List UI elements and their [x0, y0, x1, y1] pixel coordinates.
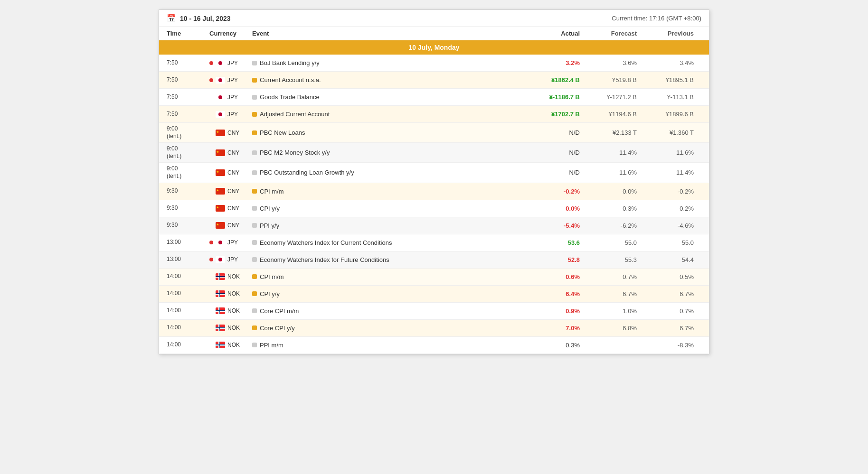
event-label: Economy Watchers Index for Current Condi…: [260, 239, 392, 246]
cell-forecast: -6.2%: [580, 222, 637, 229]
event-label: CPI m/m: [260, 273, 284, 280]
importance-dot: [209, 61, 213, 65]
cell-event: Goods Trade Balance: [252, 93, 523, 101]
cell-currency: CNY: [209, 222, 252, 229]
cell-event: Core CPI m/m: [252, 307, 523, 315]
cell-event: PBC M2 Money Stock y/y: [252, 149, 523, 156]
low-importance-icon: [252, 61, 257, 65]
event-label: PPI m/m: [260, 342, 283, 349]
event-label: PBC New Loans: [260, 129, 305, 136]
high-importance-icon: [252, 274, 257, 279]
cell-forecast: 6.8%: [580, 325, 637, 332]
cell-currency: JPY: [209, 77, 252, 84]
table-row: 9:00 (tent.) CNYPBC Outstanding Loan Gro…: [159, 163, 709, 183]
cell-forecast: 0.3%: [580, 205, 637, 212]
importance-icon: [252, 223, 257, 228]
cell-event: BoJ Bank Lending y/y: [252, 59, 523, 66]
cell-event: Economy Watchers Index for Future Condit…: [252, 256, 523, 263]
cell-forecast: ¥1194.6 B: [580, 111, 637, 118]
cell-previous: 6.7%: [637, 290, 694, 297]
cell-actual: N/D: [523, 129, 580, 136]
day-header-monday: 10 July, Monday: [159, 40, 709, 55]
cell-time: 7:50: [167, 111, 209, 118]
currency-label: CNY: [227, 149, 239, 156]
cell-time: 7:50: [167, 59, 209, 67]
cell-event: Current Account n.s.a.: [252, 76, 523, 84]
flag-icon: [216, 325, 225, 331]
currency-label: JPY: [227, 60, 238, 66]
currency-label: JPY: [227, 111, 238, 118]
importance-icon: [252, 206, 257, 211]
event-label: Core CPI m/m: [260, 307, 299, 315]
cell-time: 9:30: [167, 222, 209, 229]
cell-actual: 52.8: [523, 256, 580, 263]
top-bar: 📅 10 - 16 Jul, 2023 Current time: 17:16 …: [159, 10, 709, 27]
cell-actual: 53.6: [523, 239, 580, 246]
cell-forecast: ¥-1271.2 B: [580, 93, 637, 101]
col-header-actual: Actual: [523, 30, 580, 37]
currency-label: CNY: [227, 169, 239, 176]
flag-icon: [216, 169, 225, 176]
cell-currency: CNY: [209, 169, 252, 176]
svg-rect-28: [216, 276, 225, 277]
svg-rect-33: [216, 293, 225, 294]
flag-icon: [216, 188, 225, 195]
cell-previous: ¥-113.1 B: [637, 93, 694, 101]
main-container: 📅 10 - 16 Jul, 2023 Current time: 17:16 …: [159, 9, 709, 354]
col-header-previous: Previous: [637, 30, 694, 37]
importance-icon: [252, 112, 257, 117]
table-row: 9:30 CNYCPI y/y0.0%0.3%0.2%: [159, 200, 709, 217]
currency-label: NOK: [227, 290, 240, 297]
low-importance-icon: [252, 150, 257, 155]
currency-label: NOK: [227, 307, 240, 314]
high-importance-icon: [252, 325, 257, 330]
date-range-text: 10 - 16 Jul, 2023: [180, 15, 231, 22]
cell-currency: NOK: [209, 342, 252, 348]
date-range: 📅 10 - 16 Jul, 2023: [167, 14, 231, 23]
calendar-icon: 📅: [167, 14, 176, 23]
table-row: 14:00 NOKCPI y/y6.4%6.7%6.7%: [159, 286, 709, 303]
table-row: 7:50 JPYAdjusted Current Account¥1702.7 …: [159, 106, 709, 123]
event-label: CPI m/m: [260, 188, 284, 195]
svg-point-1: [218, 61, 222, 65]
table-row: 7:50 JPYBoJ Bank Lending y/y3.2%3.6%3.4%: [159, 55, 709, 72]
flag-icon: [216, 94, 225, 101]
cell-currency: JPY: [209, 239, 252, 246]
importance-icon: [252, 170, 257, 175]
high-importance-icon: [252, 112, 257, 117]
importance-icon: [252, 130, 257, 135]
flag-icon: [216, 290, 225, 297]
cell-event: CPI y/y: [252, 290, 523, 297]
cell-currency: CNY: [209, 205, 252, 212]
event-label: PPI y/y: [260, 222, 279, 229]
table-row: 9:30 CNYCPI m/m-0.2%0.0%-0.2%: [159, 183, 709, 200]
importance-dot: [209, 258, 213, 261]
flag-icon: [216, 239, 225, 246]
flag-icon: [216, 77, 225, 84]
importance-dot: [209, 78, 213, 82]
currency-label: JPY: [227, 77, 238, 84]
cell-forecast: 11.4%: [580, 149, 637, 156]
cell-forecast: 55.0: [580, 239, 637, 246]
importance-icon: [252, 61, 257, 65]
currency-label: NOK: [227, 325, 240, 331]
cell-forecast: 55.3: [580, 256, 637, 263]
svg-point-3: [218, 78, 222, 82]
high-importance-icon: [252, 130, 257, 135]
cell-event: PPI m/m: [252, 342, 523, 349]
cell-actual: 3.2%: [523, 59, 580, 66]
flag-icon: [216, 111, 225, 118]
table-row: 9:00 (tent.) CNYPBC M2 Money Stock y/yN/…: [159, 143, 709, 163]
svg-point-7: [218, 112, 222, 116]
event-label: CPI y/y: [260, 205, 280, 212]
cell-previous: 11.6%: [637, 149, 694, 156]
cell-actual: ¥1702.7 B: [523, 111, 580, 118]
table-row: 13:00 JPYEconomy Watchers Index for Futu…: [159, 251, 709, 269]
event-label: PBC Outstanding Loan Growth y/y: [260, 169, 354, 176]
event-label: Economy Watchers Index for Future Condit…: [260, 256, 389, 263]
flag-icon: [216, 149, 225, 156]
cell-actual: N/D: [523, 149, 580, 156]
currency-label: JPY: [227, 239, 238, 246]
svg-point-5: [218, 95, 222, 99]
cell-event: PPI y/y: [252, 222, 523, 229]
